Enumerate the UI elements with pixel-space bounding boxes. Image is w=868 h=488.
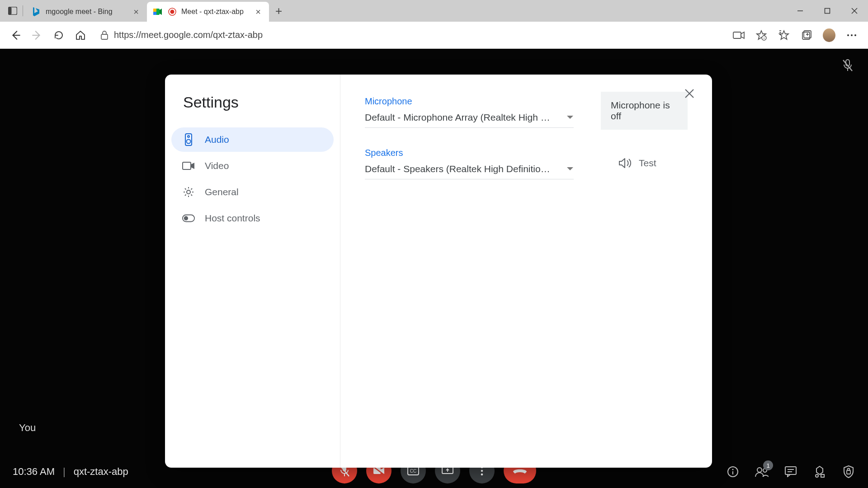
svg-rect-14 <box>733 32 741 38</box>
activities-icon[interactable] <box>813 465 826 479</box>
gear-icon <box>182 186 195 198</box>
tab-close-icon[interactable]: × <box>254 7 263 17</box>
svg-point-26 <box>854 34 856 36</box>
chevron-down-icon <box>566 115 574 120</box>
time-meeting-id: 10:36 AM | qxt-ztax-abp <box>13 466 128 478</box>
profile-avatar[interactable] <box>823 29 835 42</box>
svg-point-39 <box>481 470 483 472</box>
separator: | <box>63 466 66 478</box>
meeting-id-label: qxt-ztax-abp <box>74 466 128 478</box>
host-controls-icon[interactable] <box>842 465 855 479</box>
tab-actions-icon[interactable] <box>5 3 21 19</box>
favorite-star-icon[interactable]: + <box>755 29 768 42</box>
microphone-dropdown[interactable]: Default - Microphone Array (Realtek High… <box>365 109 574 128</box>
meeting-details-icon[interactable] <box>726 465 740 479</box>
window-controls <box>787 1 868 21</box>
people-count-badge: 1 <box>763 460 773 470</box>
chat-panel-icon[interactable] <box>784 465 797 479</box>
svg-rect-46 <box>785 467 796 474</box>
addr-right-icons: + <box>732 29 858 42</box>
meet-favicon-icon <box>153 7 162 16</box>
settings-nav-label: Video <box>205 160 229 171</box>
url-field[interactable]: https://meet.google.com/qxt-ztax-abp <box>114 30 732 40</box>
tab-meet[interactable]: Meet - qxt-ztax-abp × <box>147 2 269 22</box>
toggle-icon <box>182 214 195 222</box>
svg-text:CC: CC <box>410 469 416 474</box>
more-menu-icon[interactable] <box>845 29 858 42</box>
svg-point-53 <box>188 136 189 137</box>
svg-rect-55 <box>183 162 191 169</box>
forward-button[interactable] <box>26 24 48 46</box>
test-label: Test <box>639 158 656 169</box>
svg-rect-13 <box>101 34 108 39</box>
bing-favicon-icon <box>31 7 40 16</box>
speakers-label: Speakers <box>365 148 574 158</box>
camera-permission-icon[interactable] <box>732 29 745 42</box>
clock-time: 10:36 AM <box>13 466 55 478</box>
meet-area: You 10:36 AM | qxt-ztax-abp CC 1 <box>0 49 868 488</box>
minimize-button[interactable] <box>787 1 814 21</box>
svg-rect-50 <box>821 474 824 477</box>
record-indicator-icon <box>168 7 177 16</box>
settings-nav-label: Host controls <box>205 213 260 224</box>
lock-icon[interactable] <box>100 31 108 40</box>
people-panel-icon[interactable]: 1 <box>755 465 769 479</box>
settings-nav-label: General <box>205 187 239 197</box>
favorites-list-icon[interactable] <box>778 29 790 42</box>
svg-rect-4 <box>153 12 156 15</box>
speaker-icon <box>182 133 195 146</box>
tab-close-icon[interactable]: × <box>132 7 141 17</box>
speakers-dropdown[interactable]: Default - Speakers (Realtek High Definit… <box>365 161 574 179</box>
address-bar: https://meet.google.com/qxt-ztax-abp + <box>0 22 868 49</box>
new-tab-button[interactable]: + <box>269 4 288 18</box>
browser-chrome: mgoogle meet - Bing × Meet - qxt-ztax-ab… <box>0 0 868 49</box>
settings-nav-label: Audio <box>205 134 229 145</box>
tab-strip: mgoogle meet - Bing × Meet - qxt-ztax-ab… <box>0 0 868 22</box>
close-window-button[interactable] <box>841 1 868 21</box>
microphone-label: Microphone <box>365 96 574 107</box>
svg-point-25 <box>851 34 853 36</box>
settings-nav-host-controls[interactable]: Host controls <box>171 206 334 230</box>
settings-nav-video[interactable]: Video <box>171 154 334 178</box>
home-button[interactable] <box>70 24 91 46</box>
back-button[interactable] <box>5 24 26 46</box>
svg-point-44 <box>757 468 762 472</box>
settings-dialog: Settings Audio Video General Host contro… <box>165 75 712 468</box>
refresh-button[interactable] <box>48 24 70 46</box>
svg-rect-1 <box>9 7 12 15</box>
microphone-selected: Default - Microphone Array (Realtek High… <box>365 112 566 123</box>
svg-rect-8 <box>825 9 830 14</box>
settings-main: Microphone Default - Microphone Array (R… <box>340 75 712 468</box>
svg-point-58 <box>184 216 188 220</box>
participant-label-you: You <box>19 422 36 434</box>
chevron-down-icon <box>566 167 574 171</box>
settings-sidebar: Settings Audio Video General Host contro… <box>165 75 340 468</box>
settings-nav-general[interactable]: General <box>171 180 334 204</box>
settings-nav-audio[interactable]: Audio <box>171 127 334 152</box>
svg-rect-51 <box>847 470 850 474</box>
maximize-button[interactable] <box>814 1 841 21</box>
svg-point-49 <box>816 474 818 477</box>
svg-point-6 <box>170 10 175 14</box>
volume-icon <box>619 158 632 169</box>
collections-icon[interactable] <box>800 29 813 42</box>
svg-point-56 <box>187 190 190 194</box>
svg-point-42 <box>732 469 733 470</box>
separator <box>23 5 23 16</box>
test-speakers-button[interactable]: Test <box>619 158 656 169</box>
svg-point-54 <box>187 140 191 144</box>
speakers-selected: Default - Speakers (Realtek High Definit… <box>365 164 566 174</box>
tab-title: Meet - qxt-ztax-abp <box>181 8 254 16</box>
microphone-status: Microphone is off <box>601 92 688 130</box>
microphone-row: Microphone Default - Microphone Array (R… <box>365 96 688 130</box>
speakers-row: Speakers Default - Speakers (Realtek Hig… <box>365 148 688 179</box>
close-dialog-button[interactable] <box>684 88 695 99</box>
svg-rect-3 <box>153 9 156 12</box>
settings-title: Settings <box>183 94 334 111</box>
svg-point-24 <box>847 34 849 36</box>
svg-point-40 <box>481 474 483 476</box>
right-panel-controls: 1 <box>726 465 855 479</box>
tab-bing[interactable]: mgoogle meet - Bing × <box>25 2 147 22</box>
svg-text:+: + <box>763 36 765 40</box>
tab-title: mgoogle meet - Bing <box>46 8 132 16</box>
